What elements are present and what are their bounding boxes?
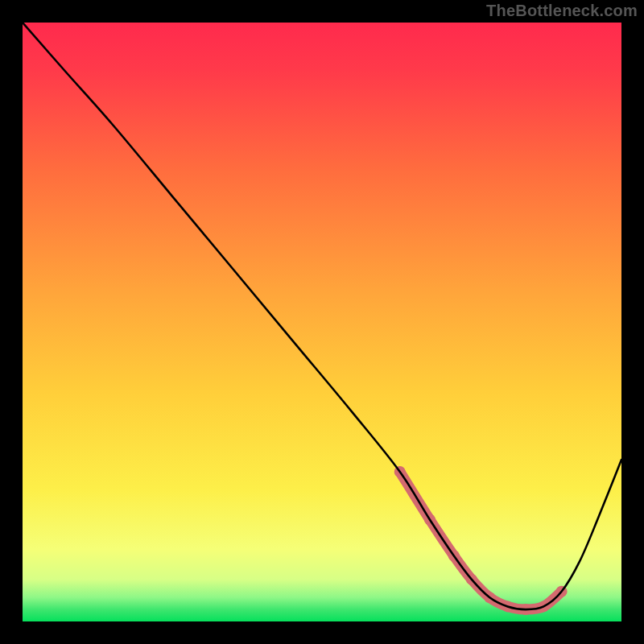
bottleneck-curve xyxy=(23,23,621,615)
chart-frame: TheBottleneck.com xyxy=(0,0,644,644)
plot-area xyxy=(23,23,621,621)
main-curve xyxy=(23,23,621,609)
watermark-text: TheBottleneck.com xyxy=(486,2,638,20)
curve-layer xyxy=(23,23,621,621)
